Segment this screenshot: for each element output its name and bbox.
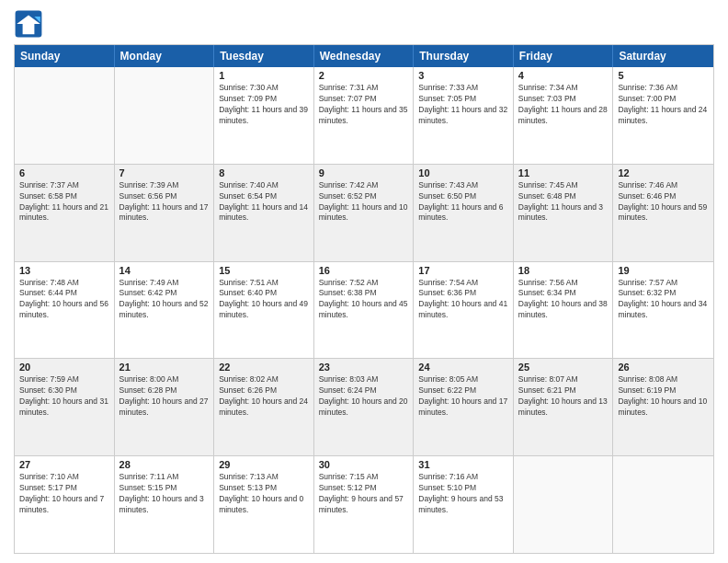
calendar-cell: 16Sunrise: 7:52 AMSunset: 6:38 PMDayligh… bbox=[314, 262, 415, 359]
calendar-cell bbox=[115, 67, 215, 164]
sunrise-text: Sunrise: 7:30 AM bbox=[219, 83, 309, 94]
calendar-cell bbox=[514, 456, 614, 553]
calendar-cell bbox=[15, 67, 115, 164]
daylight-text: Daylight: 10 hours and 27 minutes. bbox=[119, 396, 210, 419]
sunrise-text: Sunrise: 7:37 AM bbox=[19, 180, 109, 191]
sunset-text: Sunset: 7:09 PM bbox=[219, 94, 309, 105]
sunrise-text: Sunrise: 7:36 AM bbox=[618, 83, 709, 94]
header-day-friday: Friday bbox=[514, 45, 614, 67]
sunrise-text: Sunrise: 8:07 AM bbox=[518, 374, 609, 385]
daylight-text: Daylight: 10 hours and 13 minutes. bbox=[518, 396, 609, 419]
sunset-text: Sunset: 6:58 PM bbox=[19, 191, 109, 202]
sunrise-text: Sunrise: 7:48 AM bbox=[19, 278, 109, 289]
calendar-cell: 25Sunrise: 8:07 AMSunset: 6:21 PMDayligh… bbox=[514, 359, 614, 455]
calendar-cell: 27Sunrise: 7:10 AMSunset: 5:17 PMDayligh… bbox=[15, 456, 115, 553]
daylight-text: Daylight: 11 hours and 14 minutes. bbox=[219, 202, 309, 224]
daylight-text: Daylight: 10 hours and 7 minutes. bbox=[19, 494, 109, 516]
calendar-cell: 9Sunrise: 7:42 AMSunset: 6:52 PMDaylight… bbox=[314, 165, 415, 261]
logo bbox=[14, 9, 47, 39]
sunrise-text: Sunrise: 7:10 AM bbox=[19, 472, 109, 483]
sunset-text: Sunset: 5:13 PM bbox=[219, 483, 309, 494]
sunset-text: Sunset: 6:28 PM bbox=[119, 385, 210, 396]
daylight-text: Daylight: 11 hours and 17 minutes. bbox=[119, 202, 210, 224]
day-number: 10 bbox=[418, 167, 508, 178]
sunrise-text: Sunrise: 7:34 AM bbox=[518, 83, 609, 94]
calendar-cell: 26Sunrise: 8:08 AMSunset: 6:19 PMDayligh… bbox=[613, 359, 713, 455]
sunset-text: Sunset: 6:22 PM bbox=[418, 385, 508, 396]
day-number: 17 bbox=[418, 265, 508, 276]
sunrise-text: Sunrise: 8:00 AM bbox=[119, 374, 210, 385]
day-number: 11 bbox=[518, 167, 609, 178]
day-number: 12 bbox=[618, 167, 709, 178]
calendar-cell: 17Sunrise: 7:54 AMSunset: 6:36 PMDayligh… bbox=[414, 262, 514, 359]
sunrise-text: Sunrise: 7:16 AM bbox=[418, 472, 508, 483]
calendar-cell: 2Sunrise: 7:31 AMSunset: 7:07 PMDaylight… bbox=[314, 67, 415, 164]
sunset-text: Sunset: 5:17 PM bbox=[19, 483, 109, 494]
day-number: 30 bbox=[319, 459, 409, 470]
day-number: 27 bbox=[19, 459, 109, 470]
sunrise-text: Sunrise: 8:05 AM bbox=[418, 374, 508, 385]
daylight-text: Daylight: 11 hours and 39 minutes. bbox=[219, 105, 309, 127]
sunrise-text: Sunrise: 7:52 AM bbox=[319, 278, 409, 289]
header-day-monday: Monday bbox=[115, 45, 215, 67]
sunrise-text: Sunrise: 7:45 AM bbox=[518, 180, 609, 191]
day-number: 7 bbox=[119, 167, 210, 178]
daylight-text: Daylight: 11 hours and 21 minutes. bbox=[19, 202, 109, 224]
daylight-text: Daylight: 11 hours and 24 minutes. bbox=[618, 105, 709, 127]
calendar-cell: 7Sunrise: 7:39 AMSunset: 6:56 PMDaylight… bbox=[115, 165, 215, 261]
sunset-text: Sunset: 6:56 PM bbox=[119, 191, 210, 202]
daylight-text: Daylight: 10 hours and 24 minutes. bbox=[219, 396, 309, 419]
sunrise-text: Sunrise: 7:11 AM bbox=[119, 472, 210, 483]
day-number: 25 bbox=[518, 362, 609, 373]
sunset-text: Sunset: 6:19 PM bbox=[618, 385, 709, 396]
daylight-text: Daylight: 10 hours and 17 minutes. bbox=[418, 396, 508, 419]
calendar-cell: 8Sunrise: 7:40 AMSunset: 6:54 PMDaylight… bbox=[214, 165, 314, 261]
day-number: 6 bbox=[19, 167, 109, 178]
day-number: 5 bbox=[618, 70, 709, 81]
daylight-text: Daylight: 11 hours and 10 minutes. bbox=[319, 202, 409, 224]
daylight-text: Daylight: 10 hours and 56 minutes. bbox=[19, 299, 109, 321]
page: SundayMondayTuesdayWednesdayThursdayFrid… bbox=[0, 0, 728, 563]
header-day-saturday: Saturday bbox=[613, 45, 713, 67]
day-number: 28 bbox=[119, 459, 210, 470]
sunrise-text: Sunrise: 8:08 AM bbox=[618, 374, 709, 385]
calendar-cell: 19Sunrise: 7:57 AMSunset: 6:32 PMDayligh… bbox=[613, 262, 713, 359]
day-number: 22 bbox=[219, 362, 309, 373]
day-number: 19 bbox=[618, 265, 709, 276]
day-number: 8 bbox=[219, 167, 309, 178]
calendar-cell: 31Sunrise: 7:16 AMSunset: 5:10 PMDayligh… bbox=[414, 456, 514, 553]
calendar-header: SundayMondayTuesdayWednesdayThursdayFrid… bbox=[15, 45, 713, 67]
sunrise-text: Sunrise: 7:31 AM bbox=[319, 83, 409, 94]
sunset-text: Sunset: 6:36 PM bbox=[418, 288, 508, 299]
sunrise-text: Sunrise: 7:56 AM bbox=[518, 278, 609, 289]
sunrise-text: Sunrise: 7:43 AM bbox=[418, 180, 508, 191]
daylight-text: Daylight: 10 hours and 0 minutes. bbox=[219, 494, 309, 516]
day-number: 1 bbox=[219, 70, 309, 81]
calendar-cell: 23Sunrise: 8:03 AMSunset: 6:24 PMDayligh… bbox=[314, 359, 415, 455]
calendar-body: 1Sunrise: 7:30 AMSunset: 7:09 PMDaylight… bbox=[15, 67, 713, 553]
calendar-cell: 1Sunrise: 7:30 AMSunset: 7:09 PMDaylight… bbox=[214, 67, 314, 164]
header-day-wednesday: Wednesday bbox=[314, 45, 415, 67]
day-number: 20 bbox=[19, 362, 109, 373]
sunrise-text: Sunrise: 8:03 AM bbox=[319, 374, 409, 385]
sunrise-text: Sunrise: 7:51 AM bbox=[219, 278, 309, 289]
calendar-cell: 29Sunrise: 7:13 AMSunset: 5:13 PMDayligh… bbox=[214, 456, 314, 553]
day-number: 23 bbox=[319, 362, 409, 373]
header-day-sunday: Sunday bbox=[15, 45, 115, 67]
daylight-text: Daylight: 10 hours and 52 minutes. bbox=[119, 299, 210, 321]
calendar-cell: 20Sunrise: 7:59 AMSunset: 6:30 PMDayligh… bbox=[15, 359, 115, 455]
calendar-cell: 15Sunrise: 7:51 AMSunset: 6:40 PMDayligh… bbox=[214, 262, 314, 359]
day-number: 29 bbox=[219, 459, 309, 470]
calendar-cell: 10Sunrise: 7:43 AMSunset: 6:50 PMDayligh… bbox=[414, 165, 514, 261]
calendar: SundayMondayTuesdayWednesdayThursdayFrid… bbox=[14, 44, 714, 554]
day-number: 14 bbox=[119, 265, 210, 276]
day-number: 24 bbox=[418, 362, 508, 373]
day-number: 3 bbox=[418, 70, 508, 81]
daylight-text: Daylight: 9 hours and 57 minutes. bbox=[319, 494, 409, 516]
day-number: 18 bbox=[518, 265, 609, 276]
sunrise-text: Sunrise: 7:54 AM bbox=[418, 278, 508, 289]
calendar-cell: 24Sunrise: 8:05 AMSunset: 6:22 PMDayligh… bbox=[414, 359, 514, 455]
daylight-text: Daylight: 11 hours and 35 minutes. bbox=[319, 105, 409, 127]
daylight-text: Daylight: 10 hours and 10 minutes. bbox=[618, 396, 709, 419]
calendar-cell: 3Sunrise: 7:33 AMSunset: 7:05 PMDaylight… bbox=[414, 67, 514, 164]
